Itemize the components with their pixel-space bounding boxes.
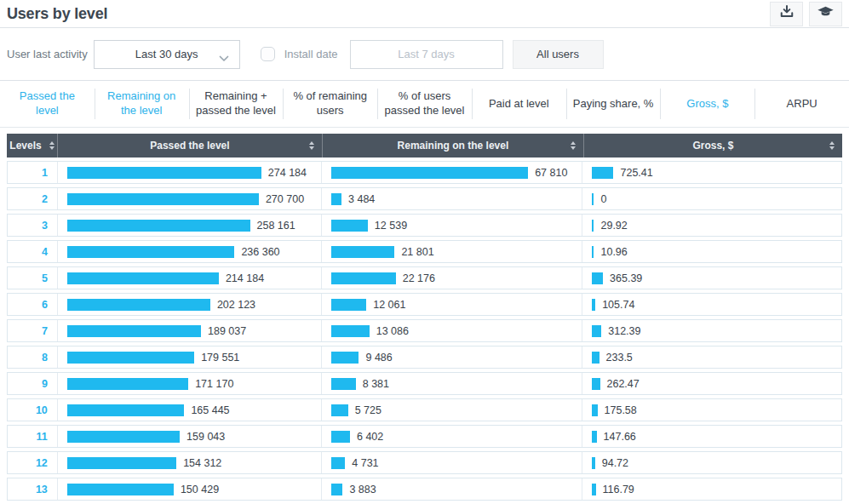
remaining-value: 3 883 [349,484,376,495]
remaining-cell: 5 725 [322,399,582,421]
gross-cell: 233.5 [582,346,840,368]
column-header-gross[interactable]: Gross, $ [583,134,842,158]
remaining-bar [331,167,528,179]
all-users-button[interactable]: All users [513,40,604,69]
remaining-cell: 22 176 [322,267,582,289]
passed-bar [67,272,219,284]
sort-icon[interactable] [49,141,54,150]
remaining-value: 67 810 [535,167,567,179]
level-number: 3 [8,215,58,236]
level-number: 11 [8,426,58,447]
level-number: 8 [8,346,58,368]
passed-value: 154 312 [183,457,221,469]
gross-bar [592,378,599,390]
passed-bar [67,325,201,337]
remaining-bar [331,484,342,495]
column-label: Passed the level [150,140,229,152]
passed-bar [67,352,194,364]
gross-bar [592,484,595,495]
tab-of-remaining-users[interactable]: % of remaining users [283,81,377,127]
sort-icon[interactable] [309,141,314,150]
activity-period-select[interactable]: Last 30 days [94,40,240,69]
gross-bar [592,325,601,337]
remaining-bar [331,404,348,416]
remaining-bar [331,220,368,232]
passed-cell: 165 445 [58,399,322,421]
passed-bar [67,220,250,232]
passed-cell: 179 551 [58,346,322,368]
remaining-value: 3 484 [348,193,375,205]
gross-value: 312.39 [608,325,640,337]
gross-cell: 262.47 [582,373,840,394]
remaining-cell: 3 883 [322,478,582,500]
column-header-remaining-on-the-level[interactable]: Remaining on the level [322,134,583,158]
passed-value: 189 037 [208,325,246,337]
activity-period-value: Last 30 days [135,48,198,60]
gross-value: 10.96 [600,246,627,258]
download-button[interactable] [770,2,803,26]
gross-value: 0 [600,193,606,205]
metric-tabs: Passed the levelRemaining on the levelRe… [0,81,849,128]
remaining-bar [331,272,396,284]
gross-value: 175.58 [605,404,637,416]
gross-bar [592,220,594,232]
gross-cell: 725.41 [582,162,840,183]
table-body: 1274 18467 810725.412270 7003 48403258 1… [7,161,842,501]
sort-icon[interactable] [829,141,835,150]
column-header-passed-the-level[interactable]: Passed the level [57,134,322,158]
tab-gross[interactable]: Gross, $ [660,81,754,127]
users-by-level-page: Users by level U [0,0,849,504]
install-date-checkbox[interactable] [261,47,275,61]
gross-value: 365.39 [610,272,642,284]
passed-value: 171 170 [195,378,233,390]
column-header-levels[interactable]: Levels [7,134,57,158]
remaining-bar [331,299,366,311]
level-number: 4 [8,241,58,262]
passed-bar [67,404,185,416]
passed-value: 159 043 [186,431,225,443]
tab-paying-share[interactable]: Paying share, % [566,81,661,127]
gross-cell: 94.72 [582,452,840,473]
table-row: 13150 4293 883116.79 [7,478,842,501]
level-number: 13 [8,478,58,500]
gross-cell: 312.39 [582,320,840,341]
remaining-value: 22 176 [403,272,435,284]
passed-value: 236 360 [241,246,279,258]
gross-cell: 365.39 [582,267,840,289]
levels-table: LevelsPassed the levelRemaining on the l… [0,134,849,501]
gross-bar [592,167,613,179]
gross-bar [592,272,603,284]
tab-passed-the-level[interactable]: Passed the level [0,81,95,127]
remaining-bar [331,457,345,469]
tab-arpu[interactable]: ARPU [754,81,849,127]
education-icon [817,3,835,24]
install-date-input[interactable] [350,40,503,69]
remaining-cell: 13 086 [322,320,582,341]
remaining-value: 21 801 [401,246,433,258]
remaining-bar [331,325,370,337]
remaining-cell: 8 381 [322,373,582,394]
table-row: 12154 3124 73194.72 [7,451,842,474]
education-button[interactable] [809,2,842,26]
sort-icon[interactable] [571,141,576,150]
remaining-cell: 9 486 [322,346,582,368]
gross-value: 29.92 [600,220,627,232]
gross-bar [592,431,596,443]
passed-value: 214 184 [226,272,264,284]
passed-bar [67,431,180,443]
column-label: Levels [9,140,41,152]
passed-bar [67,457,176,469]
level-number: 6 [8,294,58,315]
tab-of-users-passed-the-level[interactable]: % of users passed the level [377,81,472,127]
table-row: 11159 0436 402147.66 [7,425,842,448]
page-title: Users by level [7,5,107,23]
activity-label: User last activity [7,48,88,60]
tab-remaining-passed-the-level[interactable]: Remaining + passed the level [189,81,284,127]
remaining-value: 5 725 [355,404,381,416]
tab-paid-at-level[interactable]: Paid at level [472,81,566,127]
tab-remaining-on-the-level[interactable]: Remaining on the level [95,81,189,127]
gross-bar [592,246,594,258]
remaining-bar [331,378,356,390]
download-icon [778,3,795,24]
passed-cell: 274 184 [58,162,322,183]
